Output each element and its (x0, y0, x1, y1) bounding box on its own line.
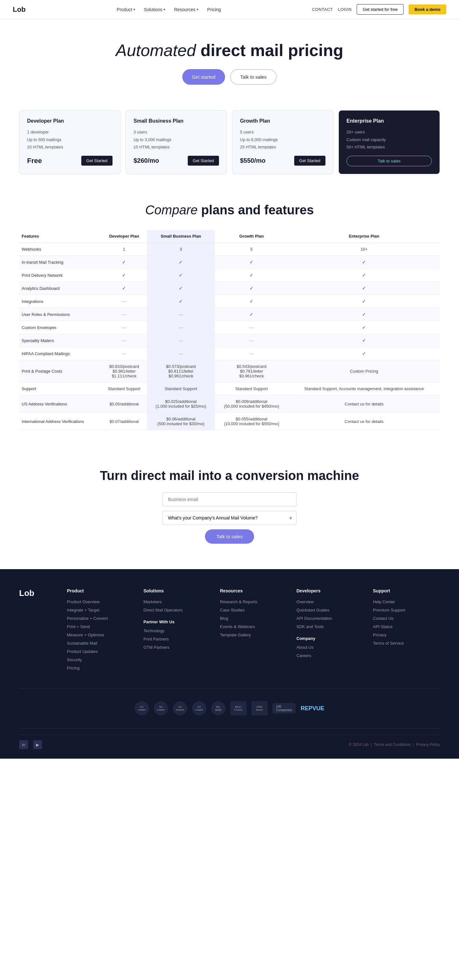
compare-cell: $0.055/additional (10,000 included for $… (215, 413, 288, 430)
compare-cell: ✓ (215, 282, 288, 295)
book-demo-button[interactable]: Book a demo (409, 5, 446, 14)
developer-plan-features: 1 developer Up to 500 mailings 10 HTML t… (27, 128, 113, 151)
get-started-button[interactable]: Get started (182, 69, 225, 85)
developer-plan-price: Free (27, 157, 42, 165)
small-biz-plan-name: Small Business Plan (134, 118, 219, 124)
footer-contact-us[interactable]: Contact Us (373, 614, 440, 623)
enterprise-plan-footer: Talk to sales (346, 156, 432, 166)
footer-case-studies[interactable]: Case Studies (220, 606, 287, 614)
compare-table: Features Developer Plan Small Business P… (19, 230, 440, 430)
footer-measure-optimize[interactable]: Measure + Optimize (67, 631, 134, 639)
footer-pricing[interactable]: Pricing (67, 664, 134, 672)
footer-research-reports[interactable]: Research & Reports (220, 598, 287, 606)
growth-plan-card: Growth Plan 5 users Up to 6,000 mailings… (232, 110, 333, 174)
badge-7: DMNAward (252, 701, 268, 715)
footer-product-overview[interactable]: Product Overview (67, 598, 134, 606)
compare-cell: Webhooks (19, 243, 101, 256)
footer-technology[interactable]: Technology (143, 627, 210, 635)
footer-gtm-partners[interactable]: GTM Partners (143, 643, 210, 652)
footer-about-us[interactable]: About Us (296, 643, 363, 652)
nav-solutions[interactable]: Solutions ▾ (144, 7, 166, 12)
nav-logo[interactable]: Lob (13, 5, 26, 14)
footer-print-send[interactable]: Print + Send (67, 623, 134, 631)
compare-cell: User Roles & Permissions (19, 308, 101, 321)
nav-pricing[interactable]: Pricing (207, 7, 221, 12)
footer-sdk-tools[interactable]: SDK and Tools (296, 623, 363, 631)
growth-plan-footer: $550/mo Get Started (240, 156, 325, 165)
enterprise-plan-features: 20+ users Custom mail capacity 50+ HTML … (346, 128, 432, 151)
compare-cell: $0.05/additional (101, 395, 147, 413)
badge-4: G2Leader (192, 701, 206, 715)
footer-privacy[interactable]: Privacy (373, 631, 440, 639)
developer-plan-name: Developer Plan (27, 118, 113, 124)
footer-product-updates[interactable]: Product Updates (67, 648, 134, 656)
email-input[interactable] (163, 492, 296, 506)
linkedin-icon[interactable]: in (19, 740, 28, 749)
get-started-free-button[interactable]: Get started for free (357, 4, 403, 15)
privacy-link[interactable]: Privacy Policy (416, 742, 440, 747)
footer-divider-2 (19, 728, 440, 729)
login-link[interactable]: LOGIN (338, 7, 352, 12)
compare-cell: ✓ (288, 282, 440, 295)
compare-cell: Support (19, 382, 101, 395)
small-biz-plan-features: 3 users Up to 3,000 mailings 10 HTML tem… (134, 128, 219, 151)
footer-careers[interactable]: Careers (296, 652, 363, 660)
repvue-badge: REPVUE (301, 705, 324, 712)
compare-cell: ✓ (147, 256, 215, 269)
footer-security[interactable]: Security (67, 656, 134, 664)
footer-events-webinars[interactable]: Events & Webinars (220, 623, 287, 631)
developer-plan-cta[interactable]: Get Started (81, 156, 113, 165)
badge-3: G2Easiest (173, 701, 187, 715)
footer-api-status[interactable]: API Status (373, 623, 440, 631)
compare-cell: $0.06/additional (500 included for $30/m… (147, 413, 215, 430)
small-biz-plan-cta[interactable]: Get Started (188, 156, 219, 165)
footer-partner-title: Partner With Us (143, 619, 210, 624)
footer-quickstart-guides[interactable]: Quickstart Guides (296, 606, 363, 614)
footer-premium-support[interactable]: Premium Support (373, 606, 440, 614)
footer-support-col: Support Help Center Premium Support Cont… (373, 588, 440, 672)
terms-link[interactable]: Terms and Conditions (374, 742, 411, 747)
contact-link[interactable]: CONTACT (312, 7, 333, 12)
footer-logo[interactable]: Lob (19, 588, 57, 598)
footer-divider (19, 688, 440, 689)
compare-cell: ✓ (288, 256, 440, 269)
footer-terms-service[interactable]: Terms of Service (373, 639, 440, 648)
nav-resources[interactable]: Resources ▾ (174, 7, 198, 12)
footer-marketers[interactable]: Marketers (143, 598, 210, 606)
compare-cell: ✓ (215, 295, 288, 308)
enterprise-plan-cta[interactable]: Talk to sales (346, 156, 432, 166)
navigation: Lob Product ▾ Solutions ▾ Resources ▾ Pr… (0, 0, 459, 19)
talk-to-sales-button[interactable]: Talk to sales (230, 69, 277, 85)
footer-blog[interactable]: Blog (220, 614, 287, 623)
small-biz-plan-footer: $260/mo Get Started (134, 156, 219, 165)
compare-cell: — (101, 334, 147, 347)
footer-company-title: Company (296, 636, 363, 641)
badge-2: G2Leader (154, 701, 168, 715)
footer-api-documentation[interactable]: API Documentation (296, 614, 363, 623)
hero-section: Automated direct mail pricing Get starte… (0, 19, 459, 101)
footer-sustainable-mail[interactable]: Sustainable Mail (67, 639, 134, 648)
nav-product[interactable]: Product ▾ (117, 7, 135, 12)
footer-personalize-convert[interactable]: Personalize + Convert (67, 614, 134, 623)
compare-cell: $0.543/postcard $0.781/letter $0.961/che… (215, 360, 288, 382)
growth-plan-cta[interactable]: Get Started (294, 156, 325, 165)
col-enterprise: Enterprise Plan (288, 230, 440, 243)
small-biz-plan-price: $260/mo (134, 157, 159, 164)
compare-cell: ✓ (215, 308, 288, 321)
cta-talk-sales-button[interactable]: Talk to sales (205, 529, 254, 544)
footer-direct-mail-operators[interactable]: Direct Mail Operators (143, 606, 210, 614)
badge-100: 100Companies (273, 703, 296, 713)
solutions-chevron-icon: ▾ (164, 8, 165, 11)
compare-cell: ✓ (288, 295, 440, 308)
footer-help-center[interactable]: Help Center (373, 598, 440, 606)
compare-cell: — (147, 347, 215, 360)
compare-cell: — (101, 321, 147, 334)
footer-integrate-target[interactable]: Integrate + Target (67, 606, 134, 614)
footer-template-gallery[interactable]: Template Gallery (220, 631, 287, 639)
compare-cell: ✓ (147, 269, 215, 282)
youtube-icon[interactable]: ▶ (33, 740, 42, 749)
volume-select[interactable]: What's your Company's Annual Mail Volume… (163, 511, 296, 525)
footer-print-partners[interactable]: Print Partners (143, 635, 210, 643)
product-chevron-icon: ▾ (134, 8, 135, 11)
footer-overview[interactable]: Overview (296, 598, 363, 606)
